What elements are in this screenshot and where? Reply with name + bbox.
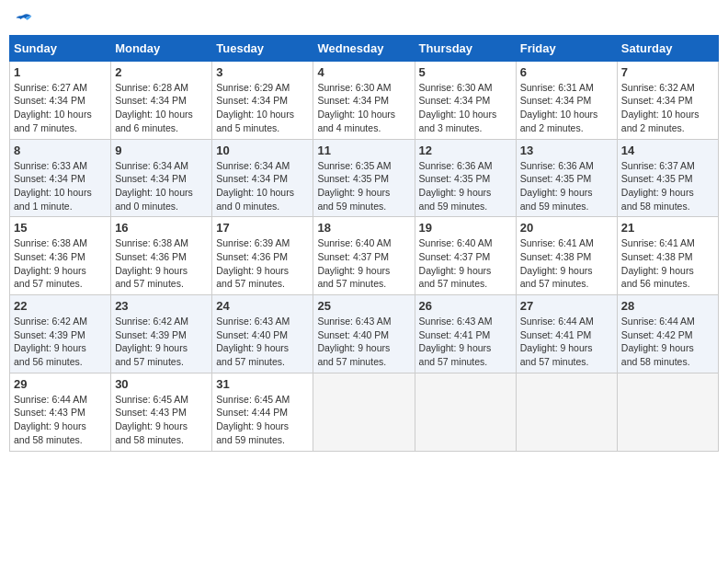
calendar-week-row: 15Sunrise: 6:38 AM Sunset: 4:36 PM Dayli… xyxy=(10,217,719,295)
day-info: Sunrise: 6:44 AM Sunset: 4:41 PM Dayligh… xyxy=(520,315,613,369)
calendar-cell: 28Sunrise: 6:44 AM Sunset: 4:42 PM Dayli… xyxy=(617,295,718,373)
day-info: Sunrise: 6:44 AM Sunset: 4:43 PM Dayligh… xyxy=(14,393,107,447)
day-number: 20 xyxy=(520,221,613,235)
day-number: 21 xyxy=(621,221,714,235)
day-info: Sunrise: 6:28 AM Sunset: 4:34 PM Dayligh… xyxy=(115,81,208,135)
day-info: Sunrise: 6:33 AM Sunset: 4:34 PM Dayligh… xyxy=(14,159,107,213)
logo-text xyxy=(13,9,33,28)
day-number: 9 xyxy=(115,144,208,157)
day-info: Sunrise: 6:40 AM Sunset: 4:37 PM Dayligh… xyxy=(419,236,512,291)
calendar-cell: 1Sunrise: 6:27 AM Sunset: 4:34 PM Daylig… xyxy=(10,61,111,139)
calendar-cell xyxy=(617,373,718,451)
calendar-cell: 25Sunrise: 6:43 AM Sunset: 4:40 PM Dayli… xyxy=(313,295,415,373)
day-info: Sunrise: 6:40 AM Sunset: 4:37 PM Dayligh… xyxy=(317,236,410,291)
day-number: 23 xyxy=(115,299,208,313)
day-number: 2 xyxy=(115,65,208,79)
calendar-cell: 20Sunrise: 6:41 AM Sunset: 4:38 PM Dayli… xyxy=(516,217,617,295)
calendar-cell: 13Sunrise: 6:36 AM Sunset: 4:35 PM Dayli… xyxy=(516,139,617,217)
calendar-week-row: 8Sunrise: 6:33 AM Sunset: 4:34 PM Daylig… xyxy=(10,139,719,217)
day-info: Sunrise: 6:41 AM Sunset: 4:38 PM Dayligh… xyxy=(621,236,714,291)
day-info: Sunrise: 6:37 AM Sunset: 4:35 PM Dayligh… xyxy=(621,159,714,213)
day-info: Sunrise: 6:36 AM Sunset: 4:35 PM Dayligh… xyxy=(520,159,613,213)
calendar-cell: 4Sunrise: 6:30 AM Sunset: 4:34 PM Daylig… xyxy=(313,61,415,139)
day-number: 15 xyxy=(14,221,107,235)
weekday-header: Friday xyxy=(516,35,617,61)
day-number: 4 xyxy=(317,65,410,79)
calendar-cell: 22Sunrise: 6:42 AM Sunset: 4:39 PM Dayli… xyxy=(10,295,111,373)
calendar-cell: 14Sunrise: 6:37 AM Sunset: 4:35 PM Dayli… xyxy=(617,139,718,217)
day-number: 17 xyxy=(216,221,309,235)
day-number: 28 xyxy=(621,299,714,313)
day-number: 6 xyxy=(520,65,613,79)
day-info: Sunrise: 6:39 AM Sunset: 4:36 PM Dayligh… xyxy=(216,236,309,291)
calendar-cell: 24Sunrise: 6:43 AM Sunset: 4:40 PM Dayli… xyxy=(212,295,313,373)
day-number: 16 xyxy=(115,221,208,235)
header-row: SundayMondayTuesdayWednesdayThursdayFrid… xyxy=(10,35,719,61)
day-info: Sunrise: 6:31 AM Sunset: 4:34 PM Dayligh… xyxy=(520,81,613,135)
calendar-cell: 12Sunrise: 6:36 AM Sunset: 4:35 PM Dayli… xyxy=(415,139,516,217)
day-number: 13 xyxy=(520,144,613,157)
logo xyxy=(13,9,33,28)
calendar-cell: 2Sunrise: 6:28 AM Sunset: 4:34 PM Daylig… xyxy=(111,61,212,139)
day-info: Sunrise: 6:35 AM Sunset: 4:35 PM Dayligh… xyxy=(317,159,410,213)
day-info: Sunrise: 6:42 AM Sunset: 4:39 PM Dayligh… xyxy=(14,315,107,369)
day-number: 29 xyxy=(14,377,107,391)
calendar-cell: 31Sunrise: 6:45 AM Sunset: 4:44 PM Dayli… xyxy=(212,373,313,451)
calendar-cell: 16Sunrise: 6:38 AM Sunset: 4:36 PM Dayli… xyxy=(111,217,212,295)
calendar-cell: 30Sunrise: 6:45 AM Sunset: 4:43 PM Dayli… xyxy=(111,373,212,451)
day-number: 18 xyxy=(317,221,410,235)
day-info: Sunrise: 6:43 AM Sunset: 4:40 PM Dayligh… xyxy=(216,315,309,369)
calendar-cell: 27Sunrise: 6:44 AM Sunset: 4:41 PM Dayli… xyxy=(516,295,617,373)
day-info: Sunrise: 6:43 AM Sunset: 4:40 PM Dayligh… xyxy=(317,315,410,369)
day-number: 5 xyxy=(419,65,512,79)
calendar-cell: 21Sunrise: 6:41 AM Sunset: 4:38 PM Dayli… xyxy=(617,217,718,295)
calendar-cell xyxy=(516,373,617,451)
day-number: 10 xyxy=(216,144,309,157)
calendar-cell: 17Sunrise: 6:39 AM Sunset: 4:36 PM Dayli… xyxy=(212,217,313,295)
day-info: Sunrise: 6:44 AM Sunset: 4:42 PM Dayligh… xyxy=(621,315,714,369)
calendar-cell: 5Sunrise: 6:30 AM Sunset: 4:34 PM Daylig… xyxy=(415,61,516,139)
calendar-cell: 18Sunrise: 6:40 AM Sunset: 4:37 PM Dayli… xyxy=(313,217,415,295)
day-number: 24 xyxy=(216,299,309,313)
calendar-week-row: 22Sunrise: 6:42 AM Sunset: 4:39 PM Dayli… xyxy=(10,295,719,373)
weekday-header: Monday xyxy=(111,35,212,61)
calendar-week-row: 1Sunrise: 6:27 AM Sunset: 4:34 PM Daylig… xyxy=(10,61,719,139)
day-info: Sunrise: 6:32 AM Sunset: 4:34 PM Dayligh… xyxy=(621,81,714,135)
day-number: 30 xyxy=(115,377,208,391)
calendar-cell xyxy=(313,373,415,451)
weekday-header: Wednesday xyxy=(313,35,415,61)
day-info: Sunrise: 6:38 AM Sunset: 4:36 PM Dayligh… xyxy=(115,236,208,291)
calendar-cell: 29Sunrise: 6:44 AM Sunset: 4:43 PM Dayli… xyxy=(10,373,111,451)
day-number: 12 xyxy=(419,144,512,157)
day-info: Sunrise: 6:45 AM Sunset: 4:43 PM Dayligh… xyxy=(115,393,208,447)
weekday-header: Sunday xyxy=(10,35,111,61)
day-info: Sunrise: 6:30 AM Sunset: 4:34 PM Dayligh… xyxy=(317,81,410,135)
calendar-cell: 9Sunrise: 6:34 AM Sunset: 4:34 PM Daylig… xyxy=(111,139,212,217)
day-number: 31 xyxy=(216,377,309,391)
day-number: 3 xyxy=(216,65,309,79)
calendar-cell: 11Sunrise: 6:35 AM Sunset: 4:35 PM Dayli… xyxy=(313,139,415,217)
day-info: Sunrise: 6:30 AM Sunset: 4:34 PM Dayligh… xyxy=(419,81,512,135)
calendar-cell: 8Sunrise: 6:33 AM Sunset: 4:34 PM Daylig… xyxy=(10,139,111,217)
day-number: 27 xyxy=(520,299,613,313)
day-number: 19 xyxy=(419,221,512,235)
calendar-cell: 10Sunrise: 6:34 AM Sunset: 4:34 PM Dayli… xyxy=(212,139,313,217)
day-number: 11 xyxy=(317,144,410,157)
weekday-header: Tuesday xyxy=(212,35,313,61)
day-info: Sunrise: 6:45 AM Sunset: 4:44 PM Dayligh… xyxy=(216,393,309,447)
day-info: Sunrise: 6:27 AM Sunset: 4:34 PM Dayligh… xyxy=(14,81,107,135)
calendar-cell: 23Sunrise: 6:42 AM Sunset: 4:39 PM Dayli… xyxy=(111,295,212,373)
day-number: 7 xyxy=(621,65,714,79)
day-number: 26 xyxy=(419,299,512,313)
day-info: Sunrise: 6:38 AM Sunset: 4:36 PM Dayligh… xyxy=(14,236,107,291)
day-number: 8 xyxy=(14,144,107,157)
weekday-header: Saturday xyxy=(617,35,718,61)
calendar-cell: 15Sunrise: 6:38 AM Sunset: 4:36 PM Dayli… xyxy=(10,217,111,295)
calendar-cell xyxy=(415,373,516,451)
calendar-cell: 3Sunrise: 6:29 AM Sunset: 4:34 PM Daylig… xyxy=(212,61,313,139)
day-info: Sunrise: 6:43 AM Sunset: 4:41 PM Dayligh… xyxy=(419,315,512,369)
calendar-cell: 26Sunrise: 6:43 AM Sunset: 4:41 PM Dayli… xyxy=(415,295,516,373)
calendar-table: SundayMondayTuesdayWednesdayThursdayFrid… xyxy=(9,35,719,452)
day-number: 1 xyxy=(14,65,107,79)
day-info: Sunrise: 6:29 AM Sunset: 4:34 PM Dayligh… xyxy=(216,81,309,135)
